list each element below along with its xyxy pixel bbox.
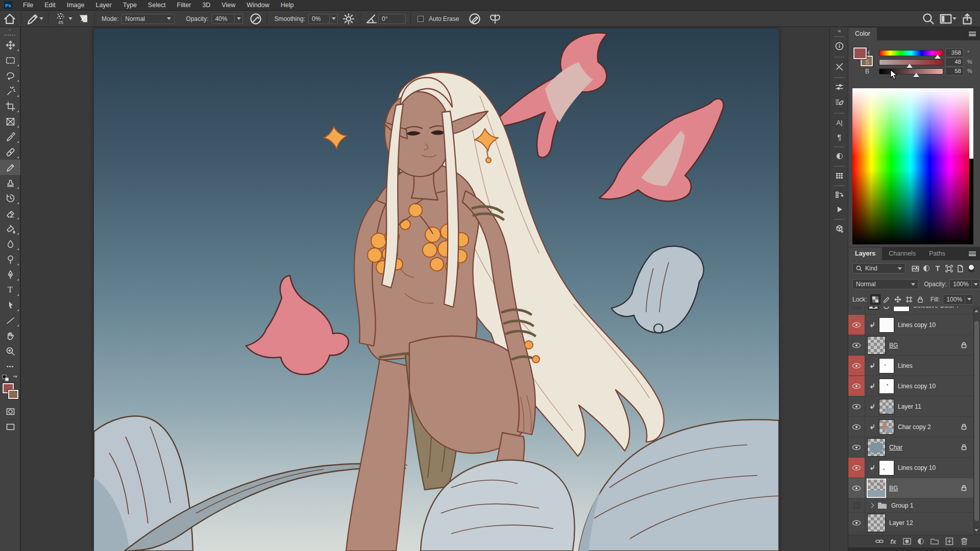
scroll-down-icon[interactable]	[974, 529, 978, 532]
document-canvas[interactable]	[94, 29, 779, 551]
layer-thumbnail[interactable]	[868, 514, 885, 532]
layer-name[interactable]: BG	[889, 342, 898, 349]
layer-name[interactable]: Char	[889, 444, 902, 451]
mode-dropdown[interactable]: Normal	[121, 14, 175, 24]
quick-mask-button[interactable]	[0, 404, 20, 419]
path-selection-tool[interactable]	[0, 297, 20, 313]
clone-stamp-tool[interactable]	[0, 175, 20, 190]
blend-mode-dropdown[interactable]: Normal	[852, 279, 919, 289]
eraser-tool[interactable]	[0, 206, 20, 221]
smoothing-field[interactable]: 0%	[308, 14, 330, 24]
delete-layer-icon[interactable]	[960, 537, 968, 545]
marquee-tool[interactable]	[0, 53, 20, 68]
lock-all-icon[interactable]	[915, 294, 925, 305]
visibility-toggle[interactable]	[848, 356, 865, 375]
object-selection-tool[interactable]	[0, 83, 20, 98]
tool-preset-chevron-icon[interactable]	[39, 17, 43, 20]
adjustments-panel-icon[interactable]	[830, 149, 849, 163]
lock-pixels-icon[interactable]	[881, 294, 892, 305]
layer-thumbnail[interactable]	[879, 379, 894, 393]
tab-paths[interactable]: Paths	[922, 247, 952, 260]
layer-row[interactable]: BG	[848, 335, 973, 356]
layer-row[interactable]: Lines copy 10	[848, 315, 973, 335]
layer-row[interactable]: Char	[848, 437, 973, 458]
brush-settings-panel-icon[interactable]	[830, 95, 849, 109]
zoom-tool[interactable]	[0, 343, 20, 359]
scroll-up-icon[interactable]	[974, 310, 978, 312]
menu-image[interactable]: Image	[61, 0, 90, 10]
layers-opacity-chevron-icon[interactable]	[972, 279, 980, 289]
fill-chevron-icon[interactable]	[965, 294, 973, 305]
type-tool[interactable]: T	[0, 282, 20, 297]
info-panel-icon[interactable]	[830, 39, 849, 53]
menu-window[interactable]: Window	[241, 0, 275, 10]
toolbar-collapse-icon[interactable]: »	[0, 27, 20, 32]
layer-thumbnail[interactable]	[879, 399, 894, 414]
visibility-toggle[interactable]	[848, 513, 865, 533]
lasso-tool[interactable]	[0, 68, 20, 83]
tab-channels[interactable]: Channels	[882, 247, 922, 260]
brush-angle-field[interactable]: 0°	[378, 14, 406, 24]
menu-select[interactable]: Select	[142, 0, 172, 10]
auto-erase-checkbox[interactable]	[418, 16, 424, 22]
libraries-panel-icon[interactable]	[830, 222, 849, 235]
visibility-toggle[interactable]	[848, 335, 865, 355]
brush-picker-chevron-icon[interactable]	[68, 17, 72, 20]
filter-toggle-icon[interactable]	[966, 264, 977, 272]
pencil-tool-selected[interactable]	[0, 160, 20, 175]
filter-type-layers-icon[interactable]: T	[932, 264, 943, 272]
layers-opacity-field[interactable]: 100%	[949, 279, 972, 289]
layer-name[interactable]: Selective Color 7	[913, 307, 960, 309]
layer-row[interactable]: Lines	[848, 356, 973, 376]
scrollbar-thumb[interactable]	[974, 321, 979, 521]
history-brush-tool[interactable]	[0, 190, 20, 206]
menu-edit[interactable]: Edit	[39, 0, 61, 10]
visibility-toggle[interactable]	[848, 315, 865, 335]
saturation-value-field[interactable]: 48	[945, 58, 964, 66]
visibility-toggle[interactable]	[848, 498, 865, 512]
menu-help[interactable]: Help	[275, 0, 300, 10]
new-adjustment-layer-icon[interactable]	[918, 538, 924, 544]
screen-mode-button[interactable]	[0, 419, 20, 434]
layer-thumbnail[interactable]	[868, 439, 885, 456]
eyedropper-tool[interactable]	[0, 129, 20, 144]
layer-row[interactable]: Lines copy 10	[848, 376, 973, 396]
brightness-value-field[interactable]: 58	[945, 67, 964, 76]
filter-smart-objects-icon[interactable]	[954, 265, 966, 272]
menu-type[interactable]: Type	[117, 0, 142, 10]
collapse-panels-icon[interactable]: «	[830, 27, 849, 34]
toolbar-ellipsis-icon[interactable]: •••	[0, 359, 20, 374]
layer-style-fx-icon[interactable]: fx	[890, 538, 896, 545]
visibility-toggle[interactable]	[848, 458, 865, 478]
layer-row-adjustment[interactable]: Selective Color 7	[848, 307, 973, 315]
layer-name[interactable]: Lines copy 10	[898, 383, 936, 390]
background-color-swatch[interactable]	[8, 390, 18, 399]
filter-pixel-layers-icon[interactable]	[910, 265, 921, 272]
swatches-panel-icon[interactable]	[830, 169, 849, 182]
home-button[interactable]	[3, 12, 16, 26]
layer-row[interactable]: Layer 11	[848, 396, 973, 417]
layer-thumbnail[interactable]	[868, 480, 885, 497]
toggle-brush-settings-icon[interactable]	[77, 12, 90, 26]
hue-slider-thumb[interactable]	[935, 55, 941, 59]
filter-adjustment-layers-icon[interactable]	[921, 265, 932, 271]
share-icon[interactable]	[961, 12, 974, 26]
tool-presets-panel-icon[interactable]	[830, 60, 849, 73]
brush-preset-picker[interactable]: 45	[53, 12, 68, 25]
color-controls-mini[interactable]	[0, 374, 20, 382]
layer-name[interactable]: Layer 11	[898, 403, 921, 410]
visibility-toggle[interactable]	[848, 376, 865, 396]
smoothing-options-gear-icon[interactable]	[342, 12, 355, 26]
visibility-toggle[interactable]	[848, 417, 865, 437]
toolbar-grip[interactable]: ▪▪▪▪▪▪	[0, 32, 20, 37]
group-row[interactable]: Group 1	[848, 498, 973, 513]
airbrush-opacity-pressure-icon[interactable]	[249, 12, 262, 26]
lock-artboard-icon[interactable]	[904, 294, 914, 305]
actions-panel-icon[interactable]	[830, 203, 849, 216]
line-tool[interactable]	[0, 313, 20, 328]
workspace-switcher-icon[interactable]	[939, 12, 952, 26]
color-foreground-swatch[interactable]	[853, 47, 867, 59]
paragraph-panel-icon[interactable]: ¶	[830, 130, 849, 143]
layer-row[interactable]: Lines copy 10	[848, 458, 973, 478]
layer-name[interactable]: Char copy 2	[898, 423, 931, 431]
